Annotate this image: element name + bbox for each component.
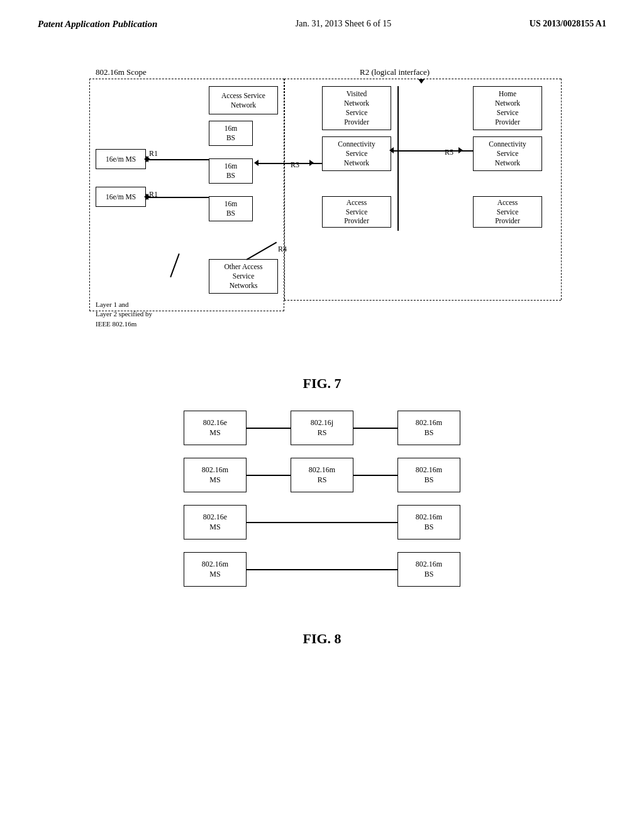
r1-label-2: R1: [149, 190, 158, 200]
fig8-r3c1: 802.16eMS: [184, 505, 247, 540]
layer-label: Layer 1 andLayer 2 specified byIEEE 802.…: [96, 300, 152, 329]
r5-arrow-l: [389, 147, 394, 153]
r3-arrow-l: [254, 160, 258, 166]
publication-date-sheet: Jan. 31, 2013 Sheet 6 of 15: [296, 19, 391, 29]
fig8-r1-line1: [247, 428, 291, 429]
fig7-label: FIG. 7: [38, 375, 606, 392]
fig8-r3c3: 802.16mBS: [397, 505, 460, 540]
bs2-box: 16mBS: [209, 158, 253, 184]
publication-number: US 2013/0028155 A1: [530, 19, 606, 29]
ms2-box: 16e/m MS: [96, 187, 146, 207]
r2-label: R2 (logical interface): [360, 67, 430, 78]
home-network-box: HomeNetworkServiceProvider: [473, 86, 542, 130]
access-service-network-box: Access ServiceNetwork: [209, 86, 278, 114]
fig8-r2-line2: [353, 475, 397, 476]
r5-arrow-r: [458, 147, 463, 153]
r2-vline-left: [284, 79, 286, 300]
fig7-diagram: 802.16m Scope R2 (logical interface) Acc…: [77, 67, 567, 369]
ms2-arrow-l: [144, 194, 148, 200]
r2-bottom-hline: [284, 300, 561, 301]
ms1-box: 16e/m MS: [96, 149, 146, 169]
connectivity1-box: ConnectivityServiceNetwork: [322, 136, 391, 171]
r4-label: R4: [278, 245, 287, 255]
r3-label: R3: [291, 160, 299, 170]
fig8-r1-line2: [353, 428, 397, 429]
r2-vsep: [397, 86, 399, 231]
asp2-box: AccessServiceProvider: [473, 196, 542, 228]
r2-arrow: [418, 79, 425, 84]
r1-label-1: R1: [149, 149, 158, 159]
r3-arrow-r: [309, 160, 314, 166]
fig8-r4c1: 802.16mMS: [184, 552, 247, 587]
fig8-r4-line: [247, 569, 397, 570]
ms1-line: [146, 159, 209, 160]
publication-title: Patent Application Publication: [38, 19, 157, 30]
fig8-r2-line1: [247, 475, 291, 476]
scope-label: 802.16m Scope: [96, 67, 147, 78]
fig8-label: FIG. 8: [38, 631, 606, 647]
fig8-r2c3: 802.16mBS: [397, 458, 460, 492]
visited-network-box: VisitedNetworkServiceProvider: [322, 86, 391, 130]
bs3-box: 16mBS: [209, 196, 253, 221]
r2-vline-right: [561, 79, 562, 300]
fig8-r1c3: 802.16mBS: [397, 411, 460, 445]
fig8-r1c2: 802.16jRS: [291, 411, 353, 445]
bs1-box: 16mBS: [209, 121, 253, 146]
fig8-r3-line: [247, 522, 397, 523]
fig8-r2c2: 802.16mRS: [291, 458, 353, 492]
fig8-r1c1: 802.16eMS: [184, 411, 247, 445]
fig8-r4c3: 802.16mBS: [397, 552, 460, 587]
asp1-box: AccessServiceProvider: [322, 196, 391, 228]
fig8-r2c1: 802.16mMS: [184, 458, 247, 492]
fig7-section: 802.16m Scope R2 (logical interface) Acc…: [0, 36, 644, 678]
page-header: Patent Application Publication Jan. 31, …: [0, 0, 644, 36]
ms2-line: [146, 197, 209, 198]
other-access-box: Other AccessServiceNetworks: [209, 259, 278, 294]
r5-label: R5: [445, 148, 453, 158]
fig8-diagram: 802.16eMS 802.16jRS 802.16mBS 802.16mMS …: [184, 411, 460, 624]
ms1-arrow-l: [144, 156, 148, 162]
connectivity2-box: ConnectivityServiceNetwork: [473, 136, 542, 171]
